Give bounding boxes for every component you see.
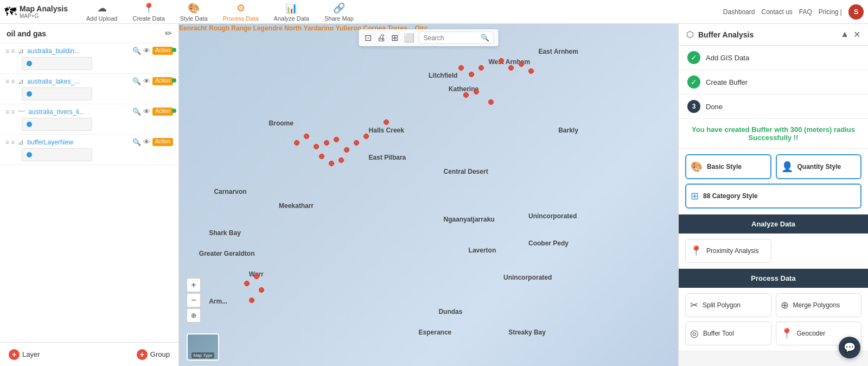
buffer-tool-label: Buffer Tool <box>703 330 734 337</box>
geocoder-label: Geocoder <box>797 330 826 337</box>
edit-icon[interactable]: ✏ <box>165 28 172 39</box>
quantity-style-label: Quantity Style <box>797 163 841 171</box>
map-marker <box>519 61 524 67</box>
panel-header-left: ⬡ Buffer Analysis <box>686 29 754 40</box>
category-style-button[interactable]: ⊞ 88 Category Style <box>685 184 861 209</box>
map-marker <box>384 119 389 125</box>
sidebar-footer: + Layer + Group <box>0 342 178 366</box>
step-check-icon: ✓ <box>687 75 700 89</box>
split-polygon-button[interactable]: ✂ Split Polygon <box>685 293 771 317</box>
merge-polygons-button[interactable]: ⊕ Merge Polygons <box>776 293 862 317</box>
create-icon: 📍 <box>143 2 155 14</box>
layer-action-badge[interactable]: Action <box>152 138 173 146</box>
map-marker <box>319 154 324 159</box>
layer-action-badge[interactable]: Action <box>152 47 173 55</box>
drag-handle-icon[interactable]: ≡ ≡ <box>5 47 15 55</box>
map-container[interactable]: ⊡ 🖨 ⊞ ⬜ 🔍 West Arnhem East Arnhem Litchf… <box>179 24 678 366</box>
map-crop-icon[interactable]: ⊡ <box>363 31 373 44</box>
nav-process-data[interactable]: ⚙ Process Data <box>215 0 266 24</box>
share-icon: 🔗 <box>333 2 345 14</box>
success-message: You have created Buffer with 300 (meters… <box>679 119 868 149</box>
layer-eye-icon[interactable]: 👁 <box>143 47 150 55</box>
layer-action-badge[interactable]: Action <box>152 77 173 85</box>
layer-row: ≡ ≡ ⊿ australia_buildin... 🔍 👁 Action <box>5 47 173 55</box>
map-search-box[interactable]: 🔍 <box>419 31 494 44</box>
layer-type-icon: ⊿ <box>18 138 24 146</box>
nav-pricing-link[interactable]: Pricing | <box>819 8 842 16</box>
app-subtitle: MAP+G <box>20 13 68 19</box>
layer-row: ≡ ≡ ⊿ australia_lakes_... 🔍 👁 Action <box>5 77 173 85</box>
layer-search-icon[interactable]: 🔍 <box>132 47 141 55</box>
zoom-out-button[interactable]: − <box>187 293 201 307</box>
nav-share-map-label: Share Map <box>324 15 354 22</box>
layer-search-icon[interactable]: 🔍 <box>132 138 141 146</box>
zoom-in-button[interactable]: + <box>187 278 201 292</box>
list-item: ≡ ≡ ⊿ australia_buildin... 🔍 👁 Action <box>0 43 178 74</box>
user-avatar[interactable]: S <box>848 4 864 20</box>
map-print-icon[interactable]: 🖨 <box>376 32 387 44</box>
panel-close-icon[interactable]: ✕ <box>853 29 860 40</box>
basic-style-button[interactable]: 🎨 Basic Style <box>685 154 771 179</box>
region-label-barkly: Barkly <box>558 127 578 134</box>
layer-search-icon[interactable]: 🔍 <box>132 108 141 116</box>
map-marker <box>329 161 334 166</box>
add-group-button[interactable]: + Group <box>137 349 170 360</box>
split-polygon-icon: ✂ <box>690 299 698 311</box>
compass-button[interactable]: ⊕ <box>187 308 201 323</box>
panel-minimize-icon[interactable]: ▲ <box>840 29 849 40</box>
add-layer-button[interactable]: + Layer <box>9 349 40 360</box>
region-label-ngaanyatjarraku: Ngaanyatjarraku <box>444 216 495 223</box>
category-style-label: 88 Category Style <box>703 192 758 200</box>
nav-contact-link[interactable]: Contact us <box>761 8 792 16</box>
region-label-streaky-bay: Streaky Bay <box>508 329 546 336</box>
field-label-yulleroo: Yulleroo <box>336 24 361 32</box>
layer-eye-icon[interactable]: 👁 <box>143 77 150 85</box>
map-marker <box>259 287 264 293</box>
process-icon: ⚙ <box>237 2 245 14</box>
layer-eye-icon[interactable]: 👁 <box>143 138 150 146</box>
drag-handle-icon[interactable]: ≡ ≡ <box>5 78 15 85</box>
layer-eye-icon[interactable]: 👁 <box>143 108 150 116</box>
process-data-title: Process Data <box>751 274 795 282</box>
field-label-legendre-north: Legendre North <box>253 24 302 32</box>
region-label-laverton: Laverton <box>469 247 496 254</box>
layer-type-icon: 〰 <box>18 108 25 116</box>
nav-style-data[interactable]: 🎨 Style Data <box>173 0 215 24</box>
buffer-tool-icon: ◎ <box>690 327 699 339</box>
nav-dashboard-link[interactable]: Dashboard <box>723 8 755 16</box>
nav-add-upload[interactable]: ☁ Add Upload <box>79 0 125 24</box>
buffer-tool-button[interactable]: ◎ Buffer Tool <box>685 321 771 345</box>
layer-search-icon[interactable]: 🔍 <box>132 77 141 85</box>
map-type-selector[interactable]: Map Type <box>187 333 219 361</box>
nav-analyze-data[interactable]: 📊 Analyze Data <box>266 0 317 24</box>
quantity-style-button[interactable]: 👤 Quantity Style <box>776 154 862 179</box>
nav-share-map[interactable]: 🔗 Share Map <box>317 0 361 24</box>
layer-name: australia_lakes_... <box>27 78 129 85</box>
analyze-data-title: Analyze Data <box>751 220 795 228</box>
nav-process-data-label: Process Data <box>223 15 259 22</box>
map-grid-icon[interactable]: ⊞ <box>390 31 399 44</box>
proximity-analysis-icon: 📍 <box>690 245 702 257</box>
search-input[interactable] <box>424 34 478 42</box>
drag-handle-icon[interactable]: ≡ ≡ <box>5 108 15 116</box>
map-marker <box>474 89 479 94</box>
chat-button[interactable]: 💬 <box>839 337 860 358</box>
layer-type-icon: ⊿ <box>18 77 24 85</box>
step-add-gis-data: ✓ Add GIS Data <box>679 46 868 70</box>
app-logo: 🗺 Map Analysis MAP+G <box>4 4 68 19</box>
region-label-meekatharr: Meekatharr <box>279 202 314 210</box>
map-marker <box>478 65 484 71</box>
map-rect-icon[interactable]: ⬜ <box>403 31 416 44</box>
map-marker <box>344 147 349 153</box>
proximity-analysis-label: Proximity Analysis <box>706 247 759 255</box>
nav-create-data[interactable]: 📍 Create Data <box>125 0 172 24</box>
step-done: 3 Done <box>679 94 868 119</box>
layer-action-badge[interactable]: Action <box>152 108 173 116</box>
drag-handle-icon[interactable]: ≡ ≡ <box>5 138 15 146</box>
map-marker <box>463 92 469 98</box>
proximity-analysis-button[interactable]: 📍 Proximity Analysis <box>685 239 771 263</box>
nav-right-links: Dashboard Contact us FAQ Pricing | S <box>723 4 864 20</box>
layer-style-preview <box>5 148 173 161</box>
nav-faq-link[interactable]: FAQ <box>799 8 812 16</box>
map-marker <box>354 140 359 146</box>
